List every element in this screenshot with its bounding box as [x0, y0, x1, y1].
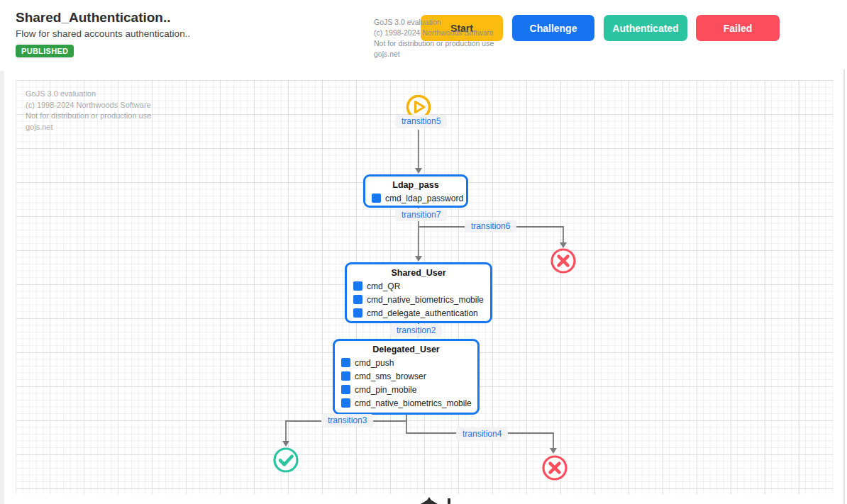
- node-title: Delegated_User: [335, 345, 477, 354]
- check-icon: [272, 446, 300, 474]
- command-square-icon: [341, 385, 350, 394]
- arrowhead-icon: [550, 448, 557, 454]
- left-edge-strip: [0, 0, 4, 504]
- authenticated-end-node[interactable]: [272, 446, 300, 477]
- command-item: cmd_delegate_authentication: [347, 306, 490, 320]
- state-node-delegated-user[interactable]: Delegated_User cmd_push cmd_sms_browser …: [333, 339, 480, 415]
- scrollbar-track[interactable]: [843, 69, 845, 504]
- watermark-line: gojs.net: [374, 49, 516, 60]
- gojs-watermark-header: GoJS 3.0 evaluation (c) 1998-2024 Northw…: [374, 17, 516, 60]
- command-label: cmd_push: [355, 358, 394, 368]
- state-node-ldap-pass[interactable]: Ldap_pass cmd_ldap_password: [363, 174, 468, 208]
- watermark-line: Not for distribution or production use: [374, 38, 516, 49]
- node-title: Ldap_pass: [365, 180, 466, 190]
- failed-end-node-top[interactable]: [549, 247, 577, 278]
- transition-label-transition7[interactable]: transition7: [395, 208, 447, 221]
- command-item: cmd_push: [335, 356, 477, 369]
- x-icon: [549, 247, 577, 275]
- transition-label-transition6[interactable]: transition6: [465, 220, 516, 233]
- command-square-icon: [353, 281, 362, 291]
- x-icon: [541, 454, 569, 482]
- page-title: Shared_Authentication..: [16, 10, 171, 26]
- legend-button-challenge[interactable]: Challenge: [512, 15, 594, 41]
- command-label: cmd_native_biometrics_mobile: [355, 398, 472, 408]
- failed-end-node-bottom[interactable]: [541, 454, 569, 485]
- command-item: cmd_native_biometrics_mobile: [335, 396, 477, 410]
- app-page: Shared_Authentication.. Flow for shared …: [0, 0, 847, 504]
- command-square-icon: [341, 358, 350, 367]
- watermark-line: (c) 1998-2024 Northwoods Software: [374, 28, 516, 38]
- bottom-toolbar-icon[interactable]: [448, 498, 450, 504]
- command-label: cmd_delegate_authentication: [367, 308, 478, 318]
- arrowhead-icon: [415, 256, 422, 262]
- page-subtitle: Flow for shared accounts authentication.…: [16, 28, 190, 39]
- status-badge: PUBLISHED: [16, 45, 74, 57]
- legend-button-failed[interactable]: Failed: [696, 15, 780, 41]
- watermark-line: GoJS 3.0 evaluation: [374, 17, 516, 28]
- command-item: cmd_QR: [347, 279, 490, 293]
- arrowhead-icon: [415, 168, 422, 174]
- node-title: Shared_User: [347, 268, 490, 278]
- command-square-icon: [341, 398, 350, 408]
- command-label: cmd_ldap_password: [385, 194, 463, 203]
- header: Shared_Authentication.. Flow for shared …: [0, 0, 847, 71]
- command-label: cmd_pin_mobile: [355, 385, 416, 395]
- command-label: cmd_sms_browser: [355, 371, 426, 381]
- transition-label-transition2[interactable]: transition2: [390, 324, 442, 337]
- command-item: cmd_pin_mobile: [335, 383, 477, 396]
- transition-label-transition4[interactable]: transition4: [456, 427, 508, 440]
- command-item: cmd_ldap_password: [365, 191, 466, 205]
- command-item: cmd_sms_browser: [335, 369, 477, 383]
- command-square-icon: [353, 308, 362, 318]
- command-square-icon: [372, 194, 381, 203]
- command-square-icon: [353, 295, 362, 304]
- command-label: cmd_native_biometrics_mobile: [367, 295, 484, 305]
- legend-button-authenticated[interactable]: Authenticated: [604, 15, 687, 41]
- transition-label-transition3[interactable]: transition3: [321, 414, 373, 427]
- bottom-toolbar-icon[interactable]: [421, 497, 438, 504]
- state-node-shared-user[interactable]: Shared_User cmd_QR cmd_native_biometrics…: [345, 262, 492, 323]
- diagram-canvas[interactable]: GoJS 3.0 evaluation (c) 1998-2024 Northw…: [16, 80, 833, 494]
- command-square-icon: [341, 371, 350, 381]
- command-item: cmd_native_biometrics_mobile: [347, 293, 490, 306]
- command-label: cmd_QR: [367, 281, 400, 291]
- transition-label-transition5[interactable]: transition5: [395, 115, 447, 128]
